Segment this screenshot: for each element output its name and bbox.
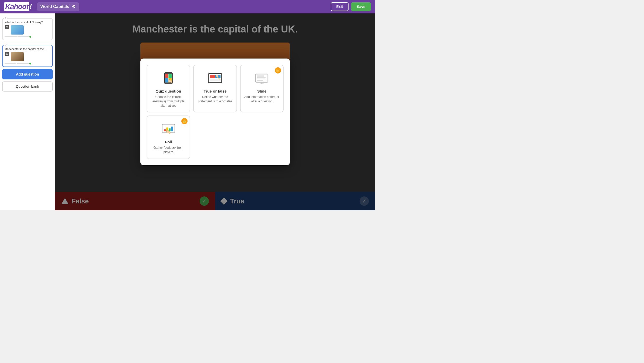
- poll-icon: [159, 121, 177, 137]
- svg-rect-32: [210, 75, 215, 78]
- true-false-card-title: True or false: [204, 89, 226, 93]
- modal-card-true-false[interactable]: True or false Define whether the stateme…: [193, 65, 237, 112]
- question-num-2: 2: [4, 43, 7, 46]
- modal-grid-bottom: 👑: [147, 116, 284, 159]
- question-card-inner-2: 20: [5, 52, 50, 61]
- quiz-card-title: Quiz question: [156, 89, 181, 93]
- svg-rect-46: [164, 129, 166, 131]
- quiz-card-desc: Choose the correct answer(s) from multip…: [151, 95, 186, 108]
- question-text-1: What is the capital of Norway?: [5, 21, 50, 24]
- question-card-1[interactable]: 1 What is the capital of Norway? 20: [2, 18, 53, 40]
- svg-rect-49: [171, 127, 173, 131]
- slide-card-title: Slide: [257, 89, 266, 93]
- card-bar-item: [18, 36, 29, 37]
- slide-icon: [253, 70, 271, 86]
- question-card-inner-1: 20: [5, 25, 50, 35]
- true-false-card-desc: Define whether the statement is true or …: [197, 95, 233, 104]
- card-time-1: 20: [5, 25, 9, 29]
- save-button[interactable]: Save: [351, 2, 371, 11]
- header-actions: Exit Save: [331, 2, 371, 11]
- modal-empty-slot-2: [240, 116, 284, 159]
- modal-card-poll[interactable]: 👑: [147, 116, 190, 159]
- svg-rect-26: [168, 74, 172, 78]
- modal-card-quiz[interactable]: Quiz question Choose the correct answer(…: [147, 65, 190, 112]
- header-title-area: World Capitals ⚙: [37, 2, 80, 11]
- poll-card-title: Poll: [165, 140, 172, 144]
- modal-overlay: Quiz question Choose the correct answer(…: [55, 13, 375, 210]
- header-title: World Capitals: [40, 4, 69, 9]
- add-question-modal: Quiz question Choose the correct answer(…: [140, 59, 290, 165]
- svg-rect-40: [257, 79, 265, 79]
- modal-card-slide[interactable]: 👑: [240, 65, 284, 112]
- question-text-2: Manchester is the capital of the ...: [5, 47, 50, 51]
- svg-rect-41: [257, 80, 263, 81]
- svg-rect-34: [210, 79, 221, 81]
- svg-rect-38: [257, 76, 264, 77]
- exit-button[interactable]: Exit: [331, 2, 349, 11]
- card-bar-item: [17, 63, 29, 64]
- svg-rect-39: [257, 77, 266, 78]
- card-bar-item: [5, 36, 18, 37]
- slide-card-desc: Add information before or after a questi…: [244, 95, 279, 104]
- card-image-2: [11, 52, 24, 61]
- sidebar: 1 What is the capital of Norway? 20 2 Ma…: [0, 13, 55, 210]
- quiz-icon: [159, 70, 177, 86]
- app-header: Kahoot! World Capitals ⚙ Exit Save: [0, 0, 375, 13]
- add-question-button[interactable]: Add question: [2, 69, 53, 79]
- modal-grid-top: Quiz question Choose the correct answer(…: [147, 65, 284, 112]
- main-layout: 1 What is the capital of Norway? 20 2 Ma…: [0, 13, 375, 210]
- modal-empty-slot-1: [193, 116, 237, 159]
- poll-premium-badge: 👑: [181, 118, 188, 124]
- content-area: Manchester is the capital of the UK.: [55, 13, 375, 210]
- svg-rect-27: [165, 78, 168, 82]
- question-card-2[interactable]: 2 Manchester is the capital of the ... 2…: [2, 45, 53, 67]
- card-bar-1: [5, 36, 50, 38]
- card-bar-dot: [29, 36, 31, 38]
- card-image-1: [11, 25, 24, 35]
- poll-card-desc: Gather feedback from players: [151, 146, 186, 154]
- question-num-1: 1: [4, 16, 7, 20]
- svg-rect-25: [165, 74, 168, 78]
- svg-rect-43: [260, 84, 264, 84]
- true-false-icon: [206, 70, 224, 86]
- card-time-2: 20: [5, 52, 9, 56]
- kahoot-logo: Kahoot!: [4, 3, 32, 11]
- card-bar-item: [5, 63, 16, 64]
- slide-premium-badge: 👑: [275, 67, 281, 73]
- card-bar-2: [5, 63, 50, 64]
- card-bar-dot: [29, 63, 31, 64]
- question-bank-button[interactable]: Question bank: [2, 81, 53, 92]
- gear-icon[interactable]: ⚙: [72, 4, 76, 10]
